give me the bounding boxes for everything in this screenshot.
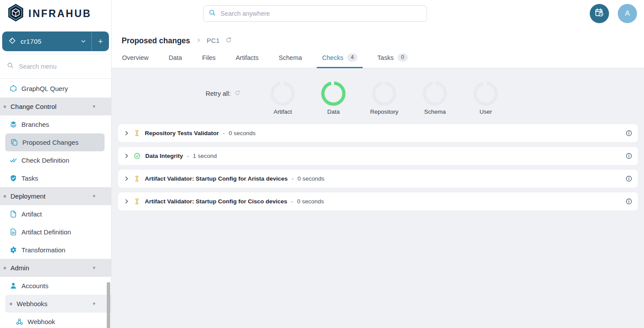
tab-checks[interactable]: Checks4 [322, 52, 357, 68]
refresh-icon[interactable] [234, 90, 240, 98]
tab-tasks[interactable]: Tasks0 [378, 52, 408, 68]
sidebar-item-artifact-definition[interactable]: Artifact Definition [0, 223, 111, 241]
ring-schema[interactable]: Schema [419, 81, 451, 115]
separator: - [187, 153, 189, 159]
sidebar-item-label: Check Definition [21, 157, 69, 164]
chevron-down-icon [80, 38, 86, 44]
sidebar-item-check-definition[interactable]: Check Definition [0, 151, 111, 169]
tab-label: Tasks [378, 54, 394, 61]
ring-label: Schema [424, 108, 446, 115]
tab-artifacts[interactable]: Artifacts [236, 52, 259, 68]
logo[interactable]: INFRAHUB [0, 0, 111, 27]
ring-label: Repository [370, 108, 399, 115]
tab-label: Schema [279, 54, 302, 61]
hourglass-icon [134, 130, 140, 136]
retry-all[interactable]: Retry all: [206, 81, 240, 106]
validator-row[interactable]: Artifact Validator: Startup Config for C… [118, 192, 638, 210]
tab-bar: Overview Data Files Artifacts Schema Che… [112, 46, 644, 68]
section-label: Deployment [10, 192, 46, 200]
sidebar-item-webhook[interactable]: Webhook [0, 313, 111, 328]
tab-label: Data [168, 54, 182, 61]
tab-label: Artifacts [236, 54, 259, 61]
tab-data[interactable]: Data [168, 52, 182, 68]
ring-label: Data [327, 108, 340, 115]
branch-selector[interactable]: cr1705 + [2, 31, 109, 51]
sidebar-item-label: Accounts [21, 282, 49, 290]
section-label: Admin [10, 264, 29, 272]
info-icon[interactable] [626, 198, 632, 205]
sidebar-search[interactable] [0, 54, 111, 79]
section-label: Webhooks [17, 300, 48, 307]
sidebar-scrollbar[interactable] [107, 282, 110, 328]
ring-user[interactable]: User [470, 81, 501, 115]
validator-row[interactable]: Repository Tests Validator - 0 seconds [118, 124, 638, 142]
breadcrumb-current[interactable]: PC1 [207, 37, 220, 44]
sidebar-subsection-webhooks[interactable]: Webhooks ▼ [5, 295, 111, 313]
validator-duration: 1 second [193, 153, 217, 159]
sidebar-section-deployment[interactable]: Deployment ▼ [0, 187, 111, 205]
refresh-icon[interactable] [225, 37, 232, 45]
status-icon [134, 175, 140, 182]
sidebar-item-label: Transformation [21, 246, 65, 254]
ring-label: User [480, 108, 492, 115]
sidebar-item-accounts[interactable]: Accounts [0, 277, 111, 295]
topbar-actions: A [590, 4, 637, 23]
sidebar-item-proposed-changes[interactable]: Proposed Changes [5, 133, 105, 151]
sidebar-section-admin[interactable]: Admin ▼ [0, 259, 111, 277]
ring-repository[interactable]: Repository [368, 81, 400, 115]
validator-name: Artifact Validator: Startup Config for A… [145, 175, 288, 182]
validator-name: Data Integrity [145, 153, 183, 159]
tab-overview[interactable]: Overview [122, 52, 148, 68]
validator-row[interactable]: Artifact Validator: Startup Config for A… [118, 170, 638, 188]
separator: - [291, 198, 294, 205]
sidebar-item-graphql-query[interactable]: GraphQL Query [0, 80, 111, 98]
tab-label: Files [202, 54, 216, 61]
tab-files[interactable]: Files [202, 52, 216, 68]
avatar[interactable]: A [618, 4, 637, 23]
section-label: Change Control [10, 103, 56, 110]
topbar: A [112, 0, 644, 27]
sidebar-item-transformation[interactable]: Transformation [0, 241, 111, 259]
sidebar-item-label: GraphQL Query [21, 85, 68, 92]
bullet-icon [10, 303, 12, 305]
sidebar-item-branches[interactable]: Branches [0, 115, 111, 133]
chevron-right-icon[interactable] [124, 130, 130, 136]
retry-all-label: Retry all: [206, 90, 231, 97]
time-travel-button[interactable] [590, 4, 609, 23]
calendar-clock-icon [595, 8, 604, 19]
tab-label: Checks [322, 54, 343, 61]
sidebar-item-artifact[interactable]: Artifact [0, 205, 111, 223]
chevron-right-icon[interactable] [124, 176, 130, 181]
sidebar-section-change-control[interactable]: Change Control ▼ [0, 98, 111, 115]
chevron-right-icon[interactable] [124, 153, 130, 159]
caret-down-icon: ▼ [92, 265, 96, 270]
global-search[interactable] [203, 5, 427, 22]
sidebar-item-label: Artifact Definition [21, 228, 71, 236]
info-icon[interactable] [626, 153, 632, 159]
validator-row[interactable]: Data Integrity - 1 second [118, 147, 638, 165]
branch-selector-main[interactable]: cr1705 [2, 31, 91, 51]
info-icon[interactable] [626, 130, 632, 136]
separator: - [223, 130, 225, 136]
tab-badge: 0 [398, 53, 408, 62]
info-icon[interactable] [626, 175, 632, 182]
tab-schema[interactable]: Schema [279, 52, 302, 68]
validator-duration: 0 seconds [297, 198, 324, 205]
global-search-input[interactable] [220, 10, 421, 17]
checks-panel: Retry all: Artifact Data [112, 68, 644, 328]
file-icon [10, 210, 17, 218]
ring-artifact[interactable]: Artifact [267, 81, 298, 115]
ring-label: Artifact [273, 108, 292, 115]
validator-name: Repository Tests Validator [145, 130, 219, 136]
status-icon [134, 153, 140, 159]
ring-data[interactable]: Data [318, 81, 349, 115]
breadcrumb-chevron-icon [196, 37, 201, 45]
add-branch-button[interactable]: + [92, 31, 109, 51]
sidebar-item-label: Branches [21, 121, 49, 128]
sidebar-item-tasks[interactable]: Tasks [0, 169, 111, 187]
sidebar-item-label: Webhook [28, 318, 55, 325]
sidebar-search-input[interactable] [18, 63, 92, 70]
graphql-icon [10, 85, 17, 92]
main-area: A Proposed changes PC1 Overview Data Fil… [112, 0, 644, 328]
chevron-right-icon[interactable] [124, 199, 130, 204]
